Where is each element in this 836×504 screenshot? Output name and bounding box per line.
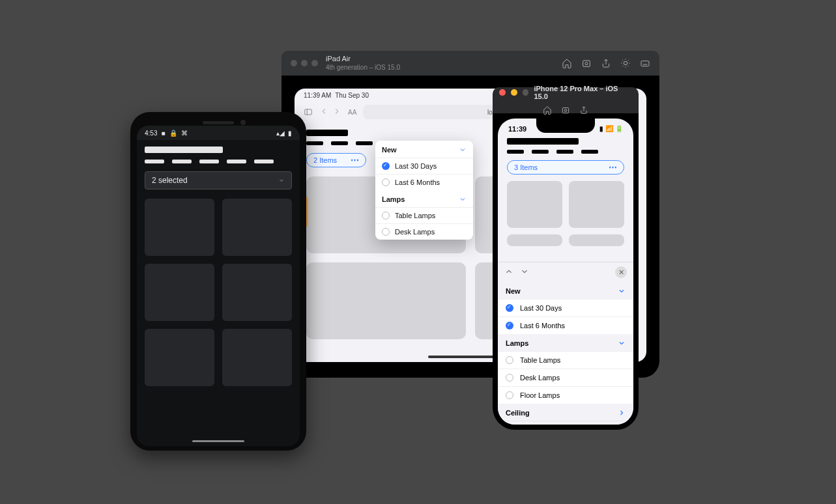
chevron-up-icon[interactable] — [504, 267, 513, 277]
svg-rect-5 — [562, 108, 568, 113]
popover-section-header-new[interactable]: New — [375, 141, 473, 158]
option-label: Table Lamps — [520, 356, 560, 364]
product-tile[interactable] — [145, 199, 214, 256]
ipad-date: Thu Sep 30 — [335, 92, 369, 99]
option-label: Last 30 Days — [520, 304, 562, 312]
radio-unchecked-icon — [506, 356, 513, 364]
front-camera — [240, 120, 246, 125]
section-title: Lamps — [506, 339, 528, 347]
radio-unchecked-icon — [506, 391, 513, 399]
nav-item-redacted — [532, 150, 549, 154]
chevron-down-icon[interactable] — [520, 267, 529, 277]
nav-item-redacted — [227, 160, 246, 163]
sheet-section-new[interactable]: New — [498, 282, 633, 299]
sheet-section-byroom[interactable]: By Room — [498, 421, 633, 425]
nav-item-redacted — [331, 141, 348, 145]
chevron-down-icon — [459, 195, 467, 203]
filter-option[interactable]: Table Lamps — [498, 351, 633, 369]
popover-section-header-lamps[interactable]: Lamps — [375, 190, 473, 207]
iphone-screen[interactable]: 11:39 ▮ 📶 🔋 3 Items ⋯ — [498, 119, 633, 425]
filter-option[interactable]: Table Lamps — [375, 207, 473, 223]
notification-dot-icon: ■ — [161, 130, 165, 137]
traffic-lights[interactable] — [291, 60, 318, 66]
option-label: Last 6 Months — [395, 178, 440, 186]
nav-item-redacted — [172, 160, 192, 163]
section-title: Lamps — [382, 195, 405, 203]
radio-unchecked-icon — [382, 228, 390, 236]
traffic-min[interactable] — [301, 60, 308, 66]
section-title: New — [382, 146, 397, 154]
filter-option[interactable]: Last 6 Months — [375, 174, 473, 190]
home-icon[interactable] — [543, 105, 552, 115]
chevron-down-icon — [618, 339, 626, 347]
home-indicator[interactable] — [192, 440, 244, 442]
sheet-section-ceiling[interactable]: Ceiling — [498, 404, 633, 421]
radio-checked-icon — [382, 162, 390, 170]
product-tile[interactable] — [222, 199, 292, 256]
section-title: New — [506, 287, 521, 295]
signal-wifi-battery-icons: ▮ 📶 🔋 — [599, 125, 623, 133]
product-tile[interactable] — [145, 329, 214, 386]
section-title: Ceiling — [506, 409, 530, 417]
traffic-max[interactable] — [523, 89, 529, 96]
nav-item-redacted — [145, 160, 164, 163]
filter-select[interactable]: 2 selected — [145, 171, 292, 189]
product-tile[interactable] — [306, 262, 466, 339]
android-screen[interactable]: 4:53 ■ 🔒 ⌘ ▴◢ ▮ — [137, 126, 300, 446]
traffic-min[interactable] — [511, 89, 517, 96]
option-label: Table Lamps — [395, 212, 435, 219]
nav-item-redacted — [306, 141, 323, 145]
filter-chip[interactable]: 2 Items ⋯ — [306, 153, 366, 167]
screenshot-icon[interactable] — [581, 58, 592, 68]
chevron-down-icon — [618, 287, 626, 295]
filter-option[interactable]: Floor Lamps — [498, 386, 633, 404]
radio-unchecked-icon — [382, 178, 390, 186]
product-tile[interactable] — [569, 181, 624, 228]
nav-forward-icon[interactable] — [332, 107, 341, 117]
filter-option[interactable]: Last 30 Days — [498, 299, 633, 316]
debug-icon: ⌘ — [181, 130, 188, 137]
nav-back-icon[interactable] — [319, 107, 328, 117]
reader-aa-icon[interactable]: AA — [348, 109, 356, 116]
keyboard-icon[interactable] — [640, 58, 650, 68]
filter-option[interactable]: Last 30 Days — [375, 158, 473, 174]
android-statusbar: 4:53 ■ 🔒 ⌘ ▴◢ ▮ — [137, 126, 300, 140]
android-device: 4:53 ■ 🔒 ⌘ ▴◢ ▮ — [130, 112, 306, 451]
home-icon[interactable] — [562, 58, 572, 68]
screenshot-icon[interactable] — [561, 105, 570, 115]
iphone-time: 11:39 — [508, 125, 526, 133]
filter-option[interactable]: Desk Lamps — [498, 369, 633, 386]
product-tile[interactable] — [222, 329, 292, 386]
android-time: 4:53 — [145, 130, 157, 137]
filter-select-label: 2 selected — [152, 176, 188, 185]
traffic-close[interactable] — [291, 60, 297, 66]
traffic-max[interactable] — [311, 60, 318, 66]
appearance-icon[interactable] — [620, 58, 631, 68]
product-tile[interactable] — [507, 234, 562, 246]
filter-chip[interactable]: 3 Items ⋯ — [507, 160, 624, 175]
power-button[interactable] — [306, 197, 308, 227]
chevron-down-icon — [278, 177, 285, 184]
product-tile[interactable] — [569, 234, 624, 246]
radio-unchecked-icon — [382, 212, 390, 219]
page-title-redacted — [306, 130, 348, 136]
filter-option[interactable]: Last 6 Months — [498, 316, 633, 334]
page-title-redacted — [507, 138, 579, 145]
share-icon[interactable] — [601, 58, 611, 68]
iphone-sim-titlebar[interactable]: iPhone 12 Pro Max – iOS 15.0 — [493, 87, 639, 113]
ipad-sim-titlebar[interactable]: iPad Air 4th generation – iOS 15.0 — [281, 51, 659, 76]
filter-chip-label: 3 Items — [514, 163, 538, 171]
product-tile[interactable] — [507, 181, 562, 228]
product-tile[interactable] — [222, 264, 292, 321]
sim-device-subtitle: 4th generation – iOS 15.0 — [326, 64, 400, 72]
share-icon[interactable] — [579, 105, 588, 115]
product-tile[interactable] — [145, 264, 214, 321]
sheet-section-lamps[interactable]: Lamps — [498, 334, 633, 351]
filter-option[interactable]: Desk Lamps — [375, 223, 473, 240]
option-label: Desk Lamps — [520, 374, 560, 382]
nav-item-redacted — [507, 150, 524, 154]
traffic-close[interactable] — [499, 89, 506, 96]
close-sheet-button[interactable]: ✕ — [615, 266, 627, 278]
signal-icon: ▴◢ — [276, 130, 285, 137]
option-label: Floor Lamps — [520, 391, 560, 399]
